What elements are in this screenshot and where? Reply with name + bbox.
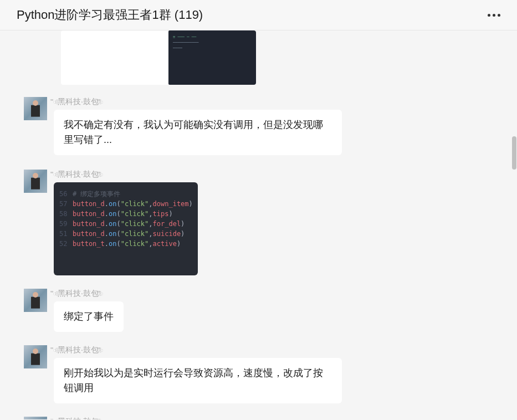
message-row: ຶཽཽ༊ 黑科技·鼓包 ༊ຶཽ 错误提示 — □ ✕ xxxx程序运行错误了或出… [8,417,509,419]
chat-header: Python进阶学习最强王者1群 (119) [0,0,517,30]
code-block[interactable]: 56# 绑定多项事件 57button_d.on("click",down_it… [54,182,198,275]
sender-name: ຶཽཽ༊ 黑科技·鼓包 ༊ຶཽ [54,97,342,107]
code-line: 57button_d.on("click",down_item) [59,199,192,209]
code-line: 52button_t.on("click",active) [59,239,192,249]
avatar[interactable] [24,97,47,120]
code-line: 51button_d.on("click",suicide) [59,229,192,239]
sender-name: ຶཽཽ༊ 黑科技·鼓包 ༊ຶཽ [54,170,198,180]
scrollbar-thumb[interactable] [512,136,516,170]
message-bubble[interactable]: 我不确定有没有，我认为可能确实没有调用，但是没发现哪里写错了... [54,110,342,155]
avatar[interactable] [24,289,47,312]
code-line: 58button_d.on("click",tips) [59,209,192,219]
sender-name: ຶཽཽ༊ 黑科技·鼓包 ༊ຶཽ [54,417,194,419]
scrollbar-track[interactable] [511,31,517,420]
message-image-partial[interactable]: ≡ ─── ─ ── ─────────── ──── [61,30,256,85]
sender-name: ຶཽཽ༊ 黑科技·鼓包 ༊ຶཽ [54,289,124,299]
message-bubble[interactable]: 刚开始我以为是实时运行会导致资源高，速度慢，改成了按钮调用 [54,358,342,403]
avatar[interactable] [24,417,47,419]
message-row: ຶཽཽ༊ 黑科技·鼓包 ༊ຶཽ 绑定了事件 [8,289,509,332]
avatar[interactable] [24,170,47,193]
message-row: ຶཽཽ༊ 黑科技·鼓包 ༊ຶཽ 刚开始我以为是实时运行会导致资源高，速度慢，改成… [8,345,509,403]
message-bubble[interactable]: 绑定了事件 [54,301,124,332]
avatar[interactable] [24,345,47,368]
code-line: 59button_d.on("click",for_del) [59,219,192,229]
message-row: ຶཽཽ༊ 黑科技·鼓包 ༊ຶཽ 我不确定有没有，我认为可能确实没有调用，但是没发… [8,97,509,155]
message-row: ຶཽཽ༊ 黑科技·鼓包 ༊ຶཽ 56# 绑定多项事件 57button_d.on… [8,170,509,275]
chat-title: Python进阶学习最强王者1群 (119) [17,7,203,23]
more-icon[interactable] [488,14,500,17]
messages-container: ≡ ─── ─ ── ─────────── ──── ຶཽཽ༊ 黑科技·鼓包 … [0,30,517,419]
sender-name: ຶཽཽ༊ 黑科技·鼓包 ༊ຶཽ [54,345,342,355]
